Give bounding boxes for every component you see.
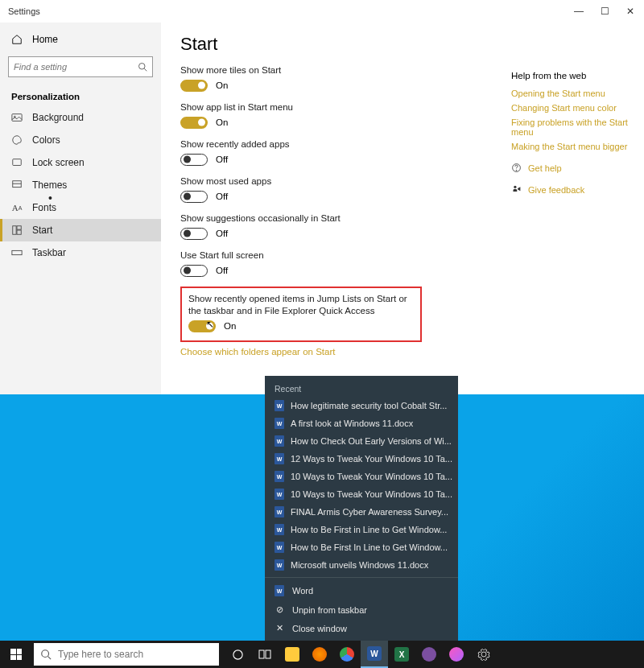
unpin-action[interactable]: ⊘Unpin from taskbar <box>265 600 458 619</box>
cortana-button[interactable] <box>224 641 251 668</box>
toggle-state: On <box>224 321 236 331</box>
setting-label: Show more tiles on Start <box>180 64 422 76</box>
help-link[interactable]: Changing Start menu color <box>511 103 636 113</box>
excel-button[interactable]: X <box>388 641 415 668</box>
toggle-state: Off <box>216 192 228 201</box>
word-icon: W <box>367 646 382 661</box>
toggle-jump-lists[interactable] <box>188 320 216 332</box>
jump-list: Recent WHow legitimate security tool Cob… <box>265 376 458 641</box>
sidebar: Home Personalization Background Colors L… <box>0 23 161 394</box>
jumplist-item[interactable]: W10 Ways to Tweak Your Windows 10 Ta... <box>265 468 458 485</box>
help-link[interactable]: Opening the Start menu <box>511 89 636 98</box>
jumplist-item[interactable]: WHow to Be First In Line to Get Window..… <box>265 538 458 556</box>
firefox-icon <box>312 647 327 662</box>
toggle-most-used[interactable] <box>180 191 208 203</box>
nav-start[interactable]: Start <box>0 219 161 241</box>
close-button[interactable]: ✕ <box>625 6 636 17</box>
word-doc-icon: W <box>275 506 284 517</box>
maximize-button[interactable]: ☐ <box>599 6 610 17</box>
app-button[interactable] <box>415 641 443 668</box>
svg-rect-5 <box>13 226 16 235</box>
word-button[interactable]: W <box>361 641 388 668</box>
jumplist-item[interactable]: W10 Ways to Tweak Your Windows 10 Ta... <box>265 485 458 503</box>
nav-fonts[interactable]: AA Fonts • <box>0 196 161 219</box>
word-doc-icon: W <box>275 435 284 447</box>
home-label: Home <box>32 34 58 45</box>
taskbar-search[interactable] <box>34 643 219 666</box>
svg-rect-1 <box>12 114 22 122</box>
taskbar: W X <box>0 641 644 668</box>
jumplist-item[interactable]: WHow to Be First in Line to Get Window..… <box>265 521 458 538</box>
help-link[interactable]: Making the Start menu bigger <box>511 142 636 151</box>
nav-label: Colors <box>32 134 60 146</box>
page-title: Start <box>180 34 625 55</box>
settings-button[interactable] <box>470 641 497 668</box>
themes-icon <box>11 179 23 191</box>
firefox-button[interactable] <box>306 641 333 668</box>
itunes-icon <box>449 647 464 662</box>
svg-rect-7 <box>17 230 21 234</box>
help-link[interactable]: Fixing problems with the Start menu <box>511 118 636 137</box>
settings-search[interactable] <box>8 56 153 77</box>
nav-label: Fonts <box>32 202 56 213</box>
nav-taskbar[interactable]: Taskbar <box>0 241 161 264</box>
toggle-more-tiles[interactable] <box>180 80 208 92</box>
word-doc-icon: W <box>275 471 284 482</box>
svg-point-10 <box>516 170 517 171</box>
setting-label: Show recently opened items in Jump Lists… <box>188 293 414 317</box>
toggle-state: Off <box>216 155 228 164</box>
taskbar-icon <box>11 247 23 258</box>
toggle-suggestions[interactable] <box>180 228 208 240</box>
jumplist-item[interactable]: WFINAL Armis Cyber Awareness Survey... <box>265 503 458 521</box>
palette-icon <box>11 134 23 146</box>
help-panel: Help from the web Opening the Start menu… <box>511 71 636 195</box>
taskbar-search-input[interactable] <box>58 649 213 660</box>
start-button[interactable] <box>0 641 32 668</box>
svg-point-11 <box>514 186 516 188</box>
explorer-button[interactable] <box>279 641 306 668</box>
taskview-icon <box>258 649 271 659</box>
toggle-recently-added[interactable] <box>180 154 208 166</box>
itunes-button[interactable] <box>443 641 470 668</box>
jumplist-app-name[interactable]: WWord <box>265 581 458 600</box>
help-title: Help from the web <box>511 71 636 80</box>
toggle-fullscreen[interactable] <box>180 265 208 277</box>
start-icon <box>11 225 23 236</box>
word-doc-icon: W <box>275 559 284 571</box>
nav-background[interactable]: Background <box>0 106 161 129</box>
chrome-button[interactable] <box>333 641 361 668</box>
main-content: Start Show more tiles on Start On Show a… <box>161 23 644 394</box>
unpin-icon: ⊘ <box>275 604 284 615</box>
jumplist-item[interactable]: W12 Ways to Tweak Your Windows 10 Ta... <box>265 450 458 468</box>
search-input[interactable] <box>14 62 138 72</box>
nav-lockscreen[interactable]: Lock screen <box>0 151 161 174</box>
fonts-icon: AA <box>11 202 23 213</box>
task-view-button[interactable] <box>251 641 279 668</box>
jumplist-item[interactable]: WA first look at Windows 11.docx <box>265 414 458 432</box>
excel-icon: X <box>394 647 409 662</box>
setting-label: Show recently added apps <box>180 138 422 151</box>
jumplist-item[interactable]: WMicrosoft unveils Windows 11.docx <box>265 556 458 574</box>
picture-icon <box>11 112 23 123</box>
setting-label: Use Start full screen <box>180 249 422 262</box>
lockscreen-icon <box>11 157 23 168</box>
help-icon <box>511 163 522 173</box>
jumplist-item[interactable]: WHow legitimate security tool Cobalt Str… <box>265 397 458 414</box>
get-help-link[interactable]: Get help <box>511 163 636 173</box>
home-nav[interactable]: Home <box>0 29 161 50</box>
nav-colors[interactable]: Colors <box>0 129 161 151</box>
word-icon: W <box>275 585 284 596</box>
minimize-button[interactable]: — <box>573 6 584 17</box>
toggle-state: Off <box>216 229 228 238</box>
choose-folders-link[interactable]: Choose which folders appear on Start <box>180 347 335 357</box>
toggle-app-list[interactable] <box>180 117 208 129</box>
close-window-action[interactable]: ✕Close window <box>265 619 458 637</box>
toggle-state: On <box>216 118 228 127</box>
give-feedback-link[interactable]: Give feedback <box>511 184 636 195</box>
jumplist-item[interactable]: WHow to Check Out Early Versions of Wi..… <box>265 432 458 450</box>
nav-themes[interactable]: Themes <box>0 174 161 196</box>
svg-rect-3 <box>13 159 22 166</box>
highlighted-setting: Show recently opened items in Jump Lists… <box>180 287 422 342</box>
word-doc-icon: W <box>275 400 284 411</box>
dot-indicator: • <box>48 192 52 204</box>
